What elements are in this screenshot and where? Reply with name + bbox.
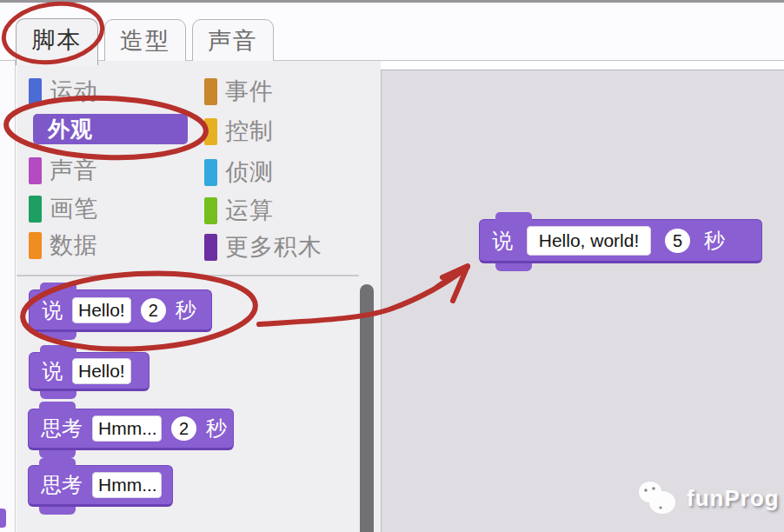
block-label: 思考 [41, 415, 83, 442]
tab-bar: 脚本 造型 声音 [0, 3, 784, 61]
category-sound[interactable]: 声音 [29, 155, 98, 186]
category-motion-label: 运动 [50, 76, 98, 107]
category-control[interactable]: 控制 [204, 116, 274, 147]
funprog-logo-icon [635, 479, 681, 517]
category-more-blocks-label: 更多积木 [225, 231, 322, 263]
sound-color-swatch [29, 157, 42, 184]
category-looks-selected[interactable]: 外观 [33, 114, 188, 144]
block-bottom-tab [39, 450, 76, 458]
block-unit-label: 秒 [206, 415, 227, 442]
tab-sounds[interactable]: 声音 [192, 19, 274, 63]
category-sensing-label: 侦测 [225, 156, 274, 188]
category-sensing[interactable]: 侦测 [204, 156, 274, 188]
block-think-for-secs[interactable]: 思考 Hmm... 2 秒 [28, 409, 234, 450]
block-unit-label: 秒 [704, 227, 725, 255]
block-bottom-tab [39, 507, 76, 515]
think-text-input[interactable]: Hmm... [92, 472, 162, 498]
category-data-label: 数据 [50, 229, 98, 261]
category-operators[interactable]: 运算 [204, 195, 274, 226]
category-events[interactable]: 事件 [204, 76, 274, 107]
palette-divider [17, 275, 359, 276]
secs-input[interactable]: 2 [141, 298, 166, 323]
block-top-tab [39, 458, 76, 466]
block-label: 说 [492, 227, 513, 255]
category-operators-label: 运算 [225, 195, 274, 226]
block-bottom-tab [495, 263, 532, 271]
left-edge-strip [0, 61, 16, 532]
category-motion[interactable]: 运动 [29, 76, 98, 107]
block-top-tab [40, 283, 76, 290]
category-pen-label: 画笔 [50, 193, 98, 224]
secs-input[interactable]: 5 [665, 229, 690, 253]
category-data[interactable]: 数据 [29, 229, 98, 261]
operators-color-swatch [204, 197, 217, 224]
category-sound-label: 声音 [50, 155, 98, 186]
motion-color-swatch [29, 78, 42, 105]
tab-scripts[interactable]: 脚本 [16, 18, 98, 65]
watermark: funProg [635, 479, 780, 517]
clipped-block-fragment [0, 509, 6, 528]
say-text-input[interactable]: Hello! [72, 358, 131, 384]
block-unit-label: 秒 [176, 296, 196, 324]
block-label: 说 [42, 357, 63, 385]
script-block-say-for-secs[interactable]: 说 Hello, world! 5 秒 [479, 219, 762, 263]
category-events-label: 事件 [225, 76, 274, 107]
data-color-swatch [29, 232, 42, 259]
block-label: 说 [42, 296, 63, 324]
say-text-input[interactable]: Hello! [72, 297, 131, 323]
block-top-tab [40, 345, 76, 353]
events-color-swatch [204, 78, 217, 105]
script-area[interactable] [381, 70, 784, 532]
block-bottom-tab [40, 332, 76, 340]
category-pen[interactable]: 画笔 [29, 193, 98, 224]
block-say[interactable]: 说 Hello! [29, 352, 149, 391]
block-top-tab [39, 402, 76, 409]
sensing-color-swatch [204, 159, 217, 186]
watermark-text: funProg [687, 485, 780, 512]
more-blocks-color-swatch [204, 234, 217, 261]
block-say-for-secs[interactable]: 说 Hello! 2 秒 [29, 289, 212, 332]
block-top-tab [495, 212, 532, 220]
block-bottom-tab [40, 391, 76, 399]
say-text-input[interactable]: Hello, world! [527, 226, 651, 256]
pen-color-swatch [29, 196, 42, 223]
tab-costumes[interactable]: 造型 [104, 19, 186, 63]
category-control-label: 控制 [225, 116, 274, 147]
palette-scrollbar[interactable] [360, 284, 374, 532]
think-text-input[interactable]: Hmm... [92, 416, 162, 442]
secs-input[interactable]: 2 [171, 416, 196, 441]
block-label: 思考 [41, 471, 83, 499]
block-think[interactable]: 思考 Hmm... [28, 465, 173, 507]
control-color-swatch [204, 118, 217, 145]
category-more-blocks[interactable]: 更多积木 [204, 231, 322, 263]
